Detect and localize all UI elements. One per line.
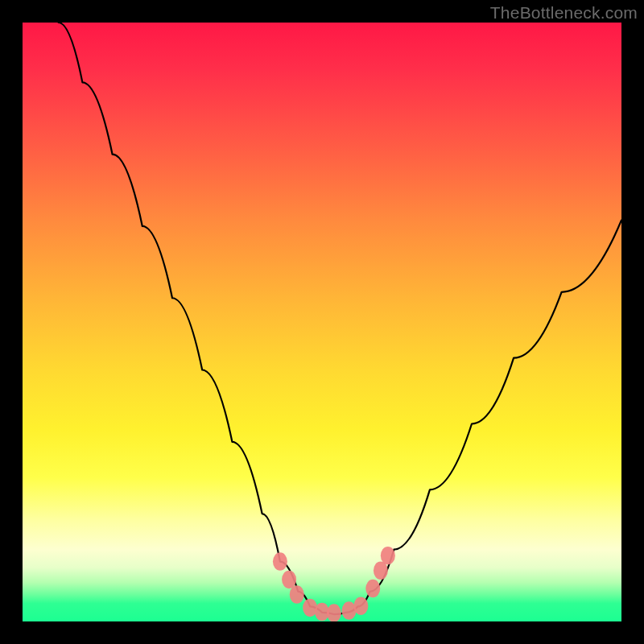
highlight-dot [273,552,287,571]
highlight-dot [353,597,368,615]
highlight-dot [327,604,341,621]
highlight-dot [282,571,296,589]
plot-area [23,23,621,621]
chart-stage: TheBottleneck.com [0,0,644,644]
highlight-dot [381,547,395,565]
highlight-dot [365,580,380,598]
highlight-dots [23,23,621,621]
highlight-dot [290,585,304,604]
watermark-text: TheBottleneck.com [490,3,638,23]
